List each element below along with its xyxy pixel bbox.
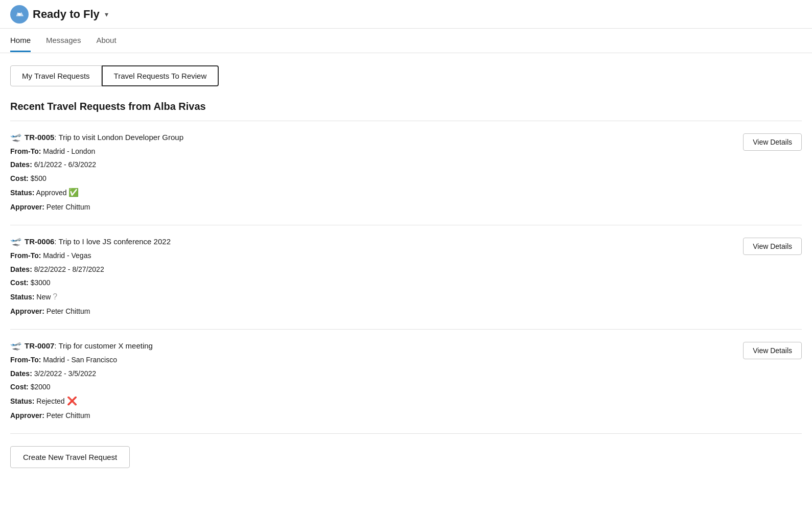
request-from-to-tr0006: From-To: Madrid - Vegas	[10, 250, 733, 261]
view-details-button-tr0007[interactable]: View Details	[743, 342, 802, 359]
svg-point-1	[18, 13, 21, 16]
request-dates-tr0005: Dates: 6/1/2022 - 6/3/2022	[10, 159, 733, 170]
request-title-tr0005: 🛫 TR-0005: Trip to visit London Develope…	[10, 131, 733, 143]
request-details-tr0006: 🛫 TR-0006: Trip to I love JS conference …	[10, 236, 733, 319]
view-details-button-tr0005[interactable]: View Details	[743, 133, 802, 151]
request-id-tr0006: TR-0006: Trip to I love JS conference 20…	[25, 237, 171, 246]
plane-icon: 🛫	[10, 131, 21, 143]
request-approver-tr0007: Approver: Peter Chittum	[10, 410, 733, 421]
section-title: Recent Travel Requests from Alba Rivas	[10, 101, 802, 112]
plane-icon: 🛫	[10, 340, 21, 351]
app-dropdown-arrow[interactable]: ▾	[105, 10, 108, 18]
nav-tab-messages[interactable]: Messages	[46, 30, 81, 52]
my-travel-requests-tab[interactable]: My Travel Requests	[10, 65, 102, 86]
request-title-tr0006: 🛫 TR-0006: Trip to I love JS conference …	[10, 236, 733, 247]
app-logo[interactable]: Ready to Fly ▾	[10, 5, 108, 24]
request-title-tr0007: 🛫 TR-0007: Trip for customer X meeting	[10, 340, 733, 351]
create-new-travel-request-button[interactable]: Create New Travel Request	[10, 446, 130, 468]
request-status-tr0007: Status: Rejected ❌	[10, 394, 733, 408]
request-id-tr0007: TR-0007: Trip for customer X meeting	[25, 341, 153, 350]
app-header: Ready to Fly ▾	[0, 0, 812, 29]
request-cost-tr0005: Cost: $500	[10, 173, 733, 184]
request-from-to-tr0007: From-To: Madrid - San Francisco	[10, 354, 733, 365]
request-details-tr0007: 🛫 TR-0007: Trip for customer X meeting F…	[10, 340, 733, 423]
status-icon-new: ?	[53, 292, 57, 301]
request-approver-tr0005: Approver: Peter Chittum	[10, 201, 733, 213]
request-approver-tr0006: Approver: Peter Chittum	[10, 306, 733, 317]
tab-buttons: My Travel Requests Travel Requests To Re…	[10, 65, 802, 86]
request-list: 🛫 TR-0005: Trip to visit London Develope…	[10, 121, 802, 434]
table-row: 🛫 TR-0007: Trip for customer X meeting F…	[10, 330, 802, 434]
nav-tabs: Home Messages About	[0, 29, 812, 53]
request-details-tr0005: 🛫 TR-0005: Trip to visit London Develope…	[10, 131, 733, 215]
view-details-button-tr0006[interactable]: View Details	[743, 238, 802, 255]
status-icon-rejected: ❌	[67, 397, 77, 405]
request-dates-tr0007: Dates: 3/2/2022 - 3/5/2022	[10, 368, 733, 379]
request-status-tr0005: Status: Approved ✅	[10, 186, 733, 199]
main-content: My Travel Requests Travel Requests To Re…	[0, 53, 812, 480]
request-dates-tr0006: Dates: 8/22/2022 - 8/27/2022	[10, 264, 733, 275]
plane-icon: 🛫	[10, 236, 21, 247]
travel-requests-to-review-tab[interactable]: Travel Requests To Review	[102, 65, 219, 86]
request-cost-tr0006: Cost: $3000	[10, 277, 733, 288]
status-icon-approved: ✅	[68, 188, 79, 197]
app-title: Ready to Fly	[33, 8, 100, 21]
table-row: 🛫 TR-0006: Trip to I love JS conference …	[10, 225, 802, 330]
nav-tab-home[interactable]: Home	[10, 30, 31, 52]
table-row: 🛫 TR-0005: Trip to visit London Develope…	[10, 121, 802, 225]
nav-tab-about[interactable]: About	[96, 30, 116, 52]
request-id-tr0005: TR-0005: Trip to visit London Developer …	[25, 133, 183, 142]
request-status-tr0006: Status: New ?	[10, 290, 733, 304]
request-from-to-tr0005: From-To: Madrid - London	[10, 146, 733, 157]
logo-icon	[10, 5, 29, 24]
request-cost-tr0007: Cost: $2000	[10, 381, 733, 392]
